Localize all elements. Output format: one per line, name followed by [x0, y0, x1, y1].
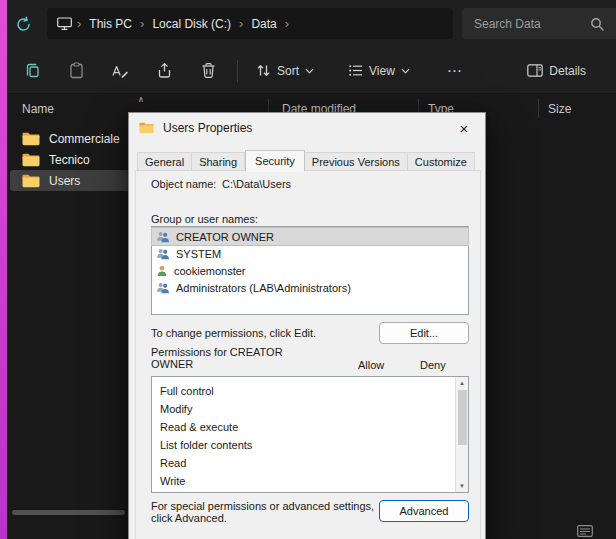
- group-icon: [156, 282, 170, 294]
- folder-icon: [22, 132, 40, 146]
- permissions-scrollbar[interactable]: ▲ ▼: [455, 377, 468, 492]
- advanced-hint-line2: click Advanced.: [151, 512, 227, 524]
- view-icon: [348, 63, 363, 78]
- folder-icon: [22, 174, 40, 188]
- permission-read-execute: Read & execute: [152, 418, 468, 436]
- breadcrumb-chevron-icon: ›: [72, 16, 86, 31]
- breadcrumb-chevron-icon: ›: [135, 16, 149, 31]
- paste-icon: [68, 62, 85, 79]
- view-label: View: [369, 64, 395, 78]
- paste-button[interactable]: [57, 54, 95, 88]
- details-pane-icon: [527, 64, 543, 77]
- tab-customize[interactable]: Customize: [408, 152, 475, 171]
- tab-security[interactable]: Security: [245, 150, 305, 172]
- group-name: SYSTEM: [176, 248, 221, 260]
- permissions-list: Full control Modify Read & execute List …: [151, 376, 469, 493]
- permission-modify: Modify: [152, 400, 468, 418]
- dialog-titlebar[interactable]: Users Properties: [129, 113, 485, 143]
- object-name-label: Object name:: [151, 178, 216, 190]
- file-row-commerciale[interactable]: Commerciale: [10, 128, 130, 149]
- folder-icon: [139, 122, 154, 134]
- sort-ascending-icon: ∧: [138, 95, 144, 104]
- group-user-names-label: Group or user names:: [151, 213, 258, 225]
- share-icon: [156, 62, 173, 79]
- group-name: cookiemonster: [174, 265, 246, 277]
- tab-general[interactable]: General: [137, 152, 192, 171]
- horizontal-scrollbar[interactable]: [12, 510, 125, 515]
- folder-icon: [22, 153, 40, 167]
- search-placeholder: Search Data: [474, 17, 541, 31]
- breadcrumb-data[interactable]: Data: [248, 15, 279, 33]
- explorer-topbar: › This PC › Local Disk (C:) › Data › Sea…: [7, 0, 616, 48]
- user-icon: [156, 265, 168, 277]
- sort-icon: [256, 63, 271, 78]
- group-user-list: CREATOR OWNER SYSTEM cookiemonster: [151, 226, 469, 315]
- search-icon: [590, 17, 604, 31]
- refresh-icon: [15, 16, 32, 33]
- copy-button[interactable]: [13, 54, 51, 88]
- command-toolbar: Sort View ⋯ Details: [7, 48, 616, 94]
- chevron-down-icon: [305, 68, 314, 74]
- deny-column-header: Deny: [420, 359, 446, 371]
- rename-icon: [111, 63, 129, 79]
- file-name: Tecnico: [49, 153, 90, 167]
- group-name: CREATOR OWNER: [176, 231, 274, 243]
- close-icon: ×: [460, 121, 469, 136]
- tab-sharing[interactable]: Sharing: [192, 152, 245, 171]
- group-item-administrators[interactable]: Administrators (LAB\Administrators): [152, 279, 468, 296]
- trash-icon: [200, 62, 217, 79]
- rename-button[interactable]: [101, 54, 139, 88]
- breadcrumb-chevron-icon: ›: [234, 16, 248, 31]
- group-icon: [156, 248, 170, 260]
- share-button[interactable]: [145, 54, 183, 88]
- breadcrumb-chevron-icon: ›: [280, 16, 294, 31]
- scroll-down-icon[interactable]: ▼: [456, 483, 468, 489]
- file-row-tecnico[interactable]: Tecnico: [10, 149, 130, 170]
- close-button[interactable]: ×: [449, 117, 479, 139]
- address-bar[interactable]: › This PC › Local Disk (C:) › Data ›: [47, 8, 453, 39]
- scrollbar-thumb[interactable]: [458, 390, 467, 445]
- sort-label: Sort: [277, 64, 299, 78]
- group-item-system[interactable]: SYSTEM: [152, 245, 468, 262]
- file-row-users[interactable]: Users: [10, 170, 130, 191]
- column-header-size[interactable]: Size: [548, 102, 571, 116]
- group-icon: [156, 231, 170, 243]
- details-label: Details: [549, 64, 586, 78]
- advanced-button[interactable]: Advanced: [379, 500, 469, 522]
- permission-full-control: Full control: [152, 382, 468, 400]
- more-options-button[interactable]: ⋯: [436, 54, 474, 88]
- toolbar-divider: [237, 60, 238, 82]
- group-item-cookiemonster[interactable]: cookiemonster: [152, 262, 468, 279]
- breadcrumb-local-disk-c[interactable]: Local Disk (C:): [149, 15, 234, 33]
- edit-hint: To change permissions, click Edit.: [151, 327, 316, 339]
- column-header-name[interactable]: Name: [22, 102, 54, 116]
- breadcrumb-this-pc[interactable]: This PC: [86, 15, 135, 33]
- dialog-title: Users Properties: [163, 121, 252, 135]
- view-button[interactable]: View: [340, 54, 418, 88]
- delete-button[interactable]: [189, 54, 227, 88]
- advanced-hint-line1: For special permissions or advanced sett…: [151, 500, 374, 512]
- file-name: Users: [49, 174, 80, 188]
- properties-dialog: Users Properties × General Sharing Secur…: [128, 112, 486, 539]
- refresh-button[interactable]: [9, 10, 37, 38]
- scroll-up-icon[interactable]: ▲: [456, 380, 468, 386]
- permission-write: Write: [152, 472, 468, 490]
- dialog-tabs: General Sharing Security Previous Versio…: [137, 149, 475, 171]
- search-box[interactable]: Search Data: [462, 8, 616, 39]
- this-pc-icon: [57, 17, 72, 30]
- group-item-creator-owner[interactable]: CREATOR OWNER: [152, 228, 468, 245]
- tab-previous-versions[interactable]: Previous Versions: [305, 152, 408, 171]
- screen: › This PC › Local Disk (C:) › Data › Sea…: [0, 0, 616, 539]
- sort-button[interactable]: Sort: [248, 54, 322, 88]
- edit-button[interactable]: Edit...: [379, 322, 469, 344]
- permissions-label-line1: Permissions for CREATOR: [151, 346, 283, 358]
- file-name: Commerciale: [49, 132, 120, 146]
- details-view-icon: [577, 525, 593, 537]
- permission-read: Read: [152, 454, 468, 472]
- permission-list-folder-contents: List folder contents: [152, 436, 468, 454]
- details-button[interactable]: Details: [519, 54, 594, 88]
- accent-strip: [0, 0, 7, 539]
- column-resize-handle[interactable]: [538, 99, 539, 118]
- more-icon: ⋯: [447, 62, 463, 80]
- statusbar-view-icon[interactable]: [577, 525, 593, 537]
